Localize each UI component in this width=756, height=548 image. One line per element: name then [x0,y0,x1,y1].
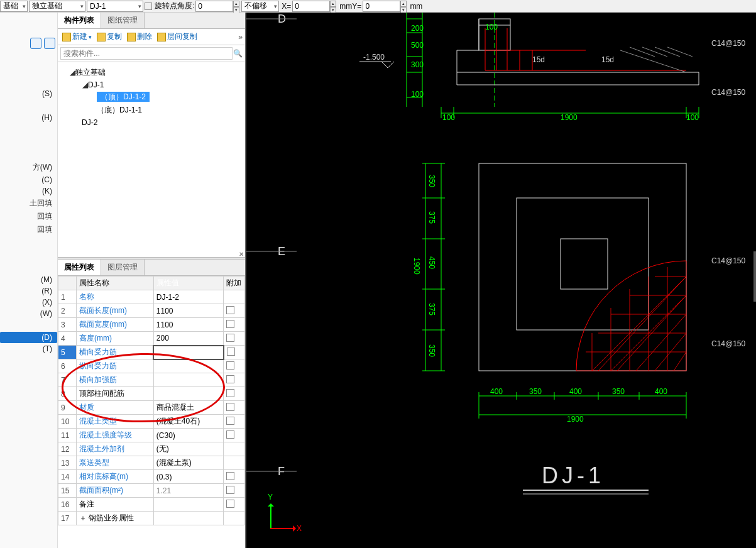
extra-checkbox[interactable] [226,417,234,425]
leftnav-item[interactable]: (H) [0,112,57,123]
leftnav-item[interactable] [0,123,57,136]
extra-checkbox[interactable] [226,306,234,314]
delete-icon [127,33,136,41]
property-row[interactable]: 7横向加强筋 [58,373,245,387]
extra-checkbox[interactable] [226,500,234,508]
extra-checkbox[interactable] [226,403,234,411]
rotation-label: 旋转点角度: [155,1,194,11]
leftnav-item[interactable] [0,75,57,88]
leftnav-item[interactable]: (X) [0,297,57,308]
svg-line-34 [598,277,686,371]
extra-checkbox[interactable] [226,472,234,480]
leftnav-item[interactable] [0,319,57,332]
extra-checkbox[interactable] [226,486,234,494]
property-row[interactable]: 15截面面积(m²)1.21 [58,484,245,498]
view-mode-icon-2[interactable] [44,38,55,49]
element-dropdown[interactable]: DJ-1 [87,1,143,12]
property-row[interactable]: 11混凝土强度等级(C30) [58,429,245,442]
cad-viewport[interactable]: D E F [246,13,756,548]
property-row[interactable]: 17＋ 钢筋业务属性 [58,512,245,525]
tree-dj1-bot[interactable]: （底）DJ-1-1 [60,104,243,117]
splitter-grip[interactable] [753,251,756,302]
rebar-spec-1: C14@150 [711,39,745,48]
tab-property-list[interactable]: 属性列表 [58,260,101,275]
tab-layer-mgmt[interactable]: 图层管理 [101,260,145,275]
tree-dj1-top[interactable]: （顶）DJ-1-2 [60,90,243,104]
leftnav-item[interactable]: (S) [0,88,57,99]
property-row[interactable]: 10混凝土类型(混凝土40石) [58,415,245,429]
leftnav-item[interactable]: (D) [0,332,57,343]
x-input[interactable]: 0 [292,1,330,12]
y-spin[interactable]: ▴▾ [400,1,407,12]
leftnav-item[interactable]: 回填 [0,223,57,236]
property-row[interactable]: 4高度(mm)200 [58,332,245,346]
leftnav-item[interactable]: 土回填 [0,197,57,210]
leftnav-item[interactable]: (M) [0,274,57,285]
extra-checkbox[interactable] [226,430,234,439]
rotation-spin[interactable]: ▴▾ [233,1,239,12]
close-icon[interactable]: ✕ [239,251,244,258]
tree-dj1[interactable]: ◢DJ-1 [60,79,243,90]
leftnav-item[interactable]: (T) [0,343,57,354]
offset-dropdown[interactable]: 不偏移 [241,1,279,12]
extra-checkbox[interactable] [226,361,234,370]
rotation-checkbox[interactable] [145,3,152,10]
tab-component-list[interactable]: 构件列表 [58,13,101,28]
leftnav-item[interactable]: 方(W) [0,161,57,174]
floor-copy-icon [157,33,166,41]
leftnav-item[interactable] [0,236,57,249]
property-row[interactable]: 1名称DJ-1-2 [58,290,245,304]
tree-dj2[interactable]: DJ-2 [60,117,243,128]
dim-ph400a: 400 [490,387,503,396]
leftnav-item[interactable]: (C) [0,174,57,185]
property-row[interactable]: 5横向受力筋 [58,346,245,359]
leftnav-item[interactable] [0,148,57,161]
floor-copy-button[interactable]: 层间复制 [155,31,199,43]
extra-checkbox[interactable] [226,375,234,383]
left-nav: (S)(H)方(W)(C)(K)土回填回填回填(M)(R)(X)(W)(D)(T… [0,13,58,548]
new-button[interactable]: 新建▾ [60,31,94,43]
dim-h1900: 1900 [561,113,578,122]
x-spin[interactable]: ▴▾ [330,1,336,12]
tree-root[interactable]: ◢独立基础 [60,66,243,79]
leftnav-item[interactable]: (K) [0,185,57,197]
category-dropdown[interactable]: 基础 [0,1,28,12]
leftnav-item[interactable] [0,136,57,148]
property-row[interactable]: 3截面宽度(mm)1100 [58,318,245,332]
property-row[interactable]: 8顶部柱间配筋 [58,387,245,401]
delete-button[interactable]: 删除 [125,31,154,43]
property-row[interactable]: 14相对底标高(m)(0.3) [58,470,245,484]
leftnav-item[interactable] [0,99,57,112]
extra-checkbox[interactable] [227,348,235,356]
svg-line-25 [620,50,686,72]
extra-checkbox[interactable] [226,320,234,328]
leftnav-item[interactable]: (W) [0,308,57,319]
copy-button[interactable]: 复制 [95,31,124,43]
property-row[interactable]: 12混凝土外加剂(无) [58,442,245,456]
dim-ph350a: 350 [529,387,542,396]
dim-ph350b: 350 [612,387,625,396]
leftnav-item[interactable]: (R) [0,285,57,297]
y-input[interactable]: 0 [363,1,400,12]
search-icon[interactable]: 🔍 [233,49,243,58]
search-input[interactable] [60,47,233,60]
subcategory-dropdown[interactable]: 独立基础 [29,1,85,12]
property-row[interactable]: 13泵送类型(混凝土泵) [58,456,245,470]
dim-pv350a: 350 [427,175,436,187]
property-row[interactable]: 2截面长度(mm)1100 [58,304,245,318]
dim-top100: 100 [485,23,498,31]
rotation-input[interactable]: 0 [195,1,233,12]
tab-drawing-mgmt[interactable]: 图纸管理 [101,13,145,28]
leftnav-item[interactable]: 回填 [0,210,57,223]
extra-checkbox[interactable] [226,389,234,397]
view-mode-icon-1[interactable] [30,38,41,49]
svg-rect-32 [517,198,649,330]
leftnav-item[interactable] [0,249,57,261]
property-row[interactable]: 9材质商品混凝土 [58,401,245,415]
extra-checkbox[interactable] [226,334,234,342]
drawing-title: DJ-1 [542,463,605,489]
property-row[interactable]: 6纵向受力筋 [58,359,245,373]
top-toolbar: 基础 独立基础 DJ-1 旋转点角度: 0 ▴▾ 不偏移 X= 0 ▴▾ mmY… [0,0,756,13]
leftnav-item[interactable] [0,261,57,274]
property-row[interactable]: 16备注 [58,498,245,512]
